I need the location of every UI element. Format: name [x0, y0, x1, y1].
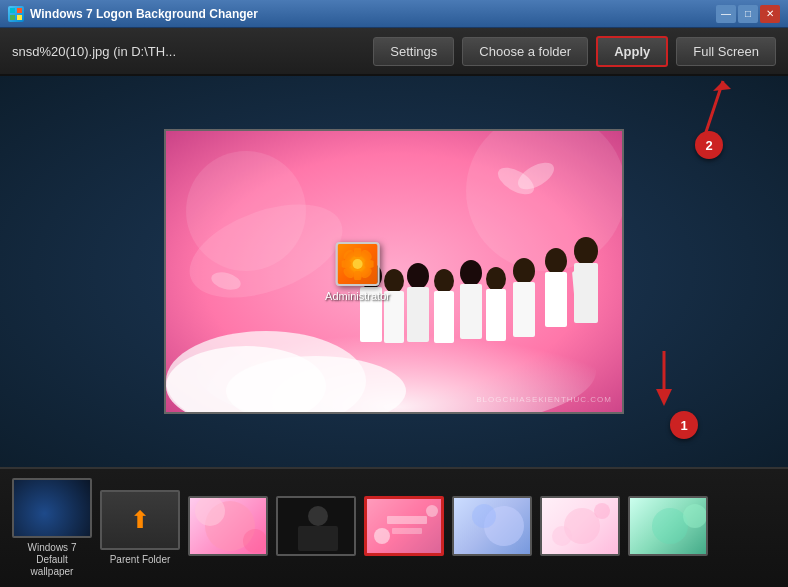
annotation-1: 1: [670, 411, 698, 439]
thumbnail-win7-label: Windows 7Defaultwallpaper: [28, 542, 77, 578]
thumbnail-8[interactable]: [628, 496, 708, 560]
thumbnail-6[interactable]: [452, 496, 532, 560]
svg-point-60: [426, 505, 438, 517]
user-avatar-icon: [336, 242, 380, 286]
svg-marker-49: [656, 389, 672, 406]
svg-point-54: [308, 506, 328, 526]
close-button[interactable]: ✕: [760, 5, 780, 23]
thumbnail-selected[interactable]: [364, 496, 444, 560]
svg-rect-57: [387, 516, 427, 524]
svg-point-51: [195, 496, 225, 526]
thumbnail-folder-image: ⬆: [100, 490, 180, 550]
svg-point-66: [652, 508, 688, 544]
settings-button[interactable]: Settings: [373, 37, 454, 66]
thumbnail-7[interactable]: [540, 496, 620, 560]
svg-rect-56: [367, 496, 441, 556]
svg-rect-58: [392, 528, 422, 534]
annotation-circle-1: 1: [670, 411, 698, 439]
thumbnail-8-svg: [630, 496, 706, 556]
thumbnail-3-svg: [190, 496, 266, 556]
thumbnail-folder-label: Parent Folder: [110, 554, 171, 566]
watermark-text: BLOGCHIASEKIENTHUC.COM: [476, 395, 612, 404]
svg-point-67: [683, 504, 706, 528]
thumbnail-selected-svg: [367, 496, 441, 556]
svg-point-15: [574, 237, 598, 265]
svg-point-59: [374, 528, 390, 544]
toolbar: snsd%20(10).jpg (in D:\TH... Settings Ch…: [0, 28, 788, 76]
maximize-button[interactable]: □: [738, 5, 758, 23]
thumbnail-win7-default[interactable]: Windows 7Defaultwallpaper: [12, 478, 92, 578]
svg-rect-24: [486, 289, 506, 341]
preview-frame: Administrator BLOGCHIASEKIENTHUC.COM: [164, 129, 624, 414]
svg-point-21: [513, 258, 535, 284]
svg-rect-1: [17, 8, 22, 13]
svg-rect-55: [298, 526, 338, 551]
win7-wallpaper-preview: [14, 480, 90, 536]
apply-button[interactable]: Apply: [596, 36, 668, 67]
annotation-2: 2: [695, 131, 723, 159]
thumbnail-4-svg: [278, 496, 354, 556]
svg-rect-30: [407, 287, 429, 342]
fullscreen-button[interactable]: Full Screen: [676, 37, 776, 66]
upload-arrow-icon: ⬆: [130, 506, 150, 534]
svg-point-29: [407, 263, 429, 289]
svg-rect-2: [10, 15, 15, 20]
svg-point-64: [552, 526, 572, 546]
svg-point-27: [434, 269, 454, 293]
svg-point-65: [594, 503, 610, 519]
thumbnail-strip: Windows 7Defaultwallpaper ⬆ Parent Folde…: [0, 467, 788, 587]
svg-rect-26: [460, 284, 482, 339]
title-bar: Windows 7 Logon Background Changer — □ ✕: [0, 0, 788, 28]
user-icon-area: Administrator: [325, 242, 390, 302]
thumbnail-7-image: [540, 496, 620, 556]
svg-point-62: [472, 504, 496, 528]
thumbnail-6-image: [452, 496, 532, 556]
annotation-arrow-1-svg: [634, 351, 694, 411]
window-controls: — □ ✕: [716, 5, 780, 23]
thumbnail-parent-folder[interactable]: ⬆ Parent Folder: [100, 490, 180, 566]
window-title: Windows 7 Logon Background Changer: [30, 7, 716, 21]
svg-rect-0: [10, 8, 15, 13]
svg-rect-20: [545, 272, 567, 327]
svg-point-19: [545, 248, 567, 274]
svg-point-45: [353, 259, 363, 269]
thumbnail-6-svg: [454, 496, 530, 556]
admin-label: Administrator: [325, 290, 390, 302]
thumbnail-selected-image: [364, 496, 444, 556]
svg-rect-3: [17, 15, 22, 20]
wallpaper-background: [166, 131, 622, 412]
svg-rect-22: [513, 282, 535, 337]
thumbnail-win7-image: [12, 478, 92, 538]
svg-point-52: [243, 529, 266, 553]
thumbnail-8-image: [628, 496, 708, 556]
thumbnail-7-svg: [542, 496, 618, 556]
thumbnail-4[interactable]: [276, 496, 356, 560]
choose-folder-button[interactable]: Choose a folder: [462, 37, 588, 66]
annotation-arrow-2-svg: [663, 71, 743, 151]
svg-marker-47: [713, 81, 731, 91]
file-title-label: snsd%20(10).jpg (in D:\TH...: [12, 44, 365, 59]
minimize-button[interactable]: —: [716, 5, 736, 23]
app-icon: [8, 6, 24, 22]
svg-point-23: [486, 267, 506, 291]
thumbnail-4-image: [276, 496, 356, 556]
svg-rect-28: [434, 291, 454, 343]
thumbnail-3[interactable]: [188, 496, 268, 560]
thumbnail-3-image: [188, 496, 268, 556]
svg-point-25: [460, 260, 482, 286]
